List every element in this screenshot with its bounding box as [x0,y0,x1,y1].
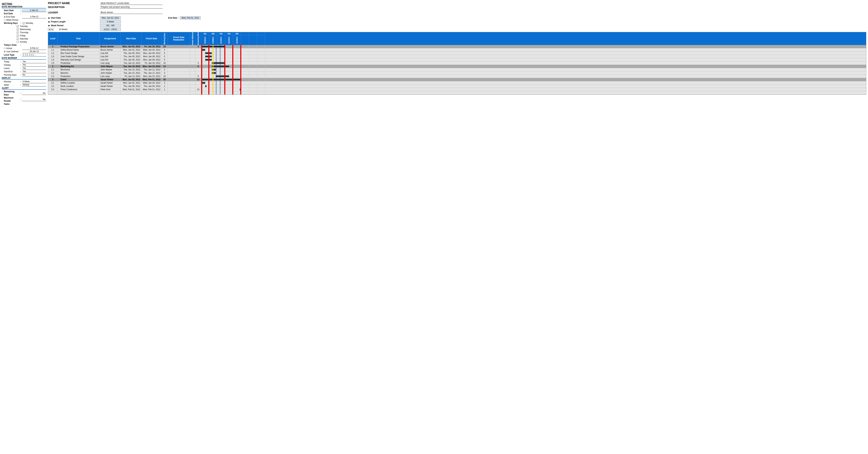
cell-realization[interactable] [167,72,190,75]
cell-workdays: 18 [162,45,167,48]
alert-remaining[interactable]: No [22,91,46,95]
gantt-bar-area [201,52,866,55]
cell-ahead [190,48,195,51]
col-assignment: Assignment [99,32,121,45]
user-defined-date[interactable]: 18-Jan-12 [22,50,46,53]
gantt-bar [201,79,241,80]
cell-level: 1.3 [48,55,58,58]
cell-start: Mon, Jan 02, 2012 [121,45,142,48]
cell-level: 3.2 [48,85,58,88]
cell-realization[interactable] [167,81,190,84]
gantt-bar-area [201,45,866,48]
slider-prev-icon[interactable]: ◂ [48,28,51,31]
task-row[interactable]: 3 Event Sarah Parker Mon, Jan 02, 2012 W… [48,78,866,81]
col-working-days: Working Days [162,32,167,45]
cell-task: Production [58,75,99,78]
cell-realization[interactable] [167,61,190,65]
task-row[interactable]: 1.2 Box Cover Design Lisa Girl Thu, Jan … [48,52,866,55]
description[interactable]: Prepare new product launching [100,5,162,8]
user-defined-radio[interactable] [4,51,5,53]
cell-realization[interactable] [167,58,190,61]
cell-finish: Mon, Jan 09, 2012 [142,52,162,55]
actual-radio[interactable] [4,48,5,49]
task-row[interactable]: 1.5 Production Lois Lang Tue, Jan 10, 20… [48,61,866,65]
task-row[interactable]: 2.2 Banners John Harper Tue, Jan 10, 201… [48,72,866,75]
level-type-input[interactable]: 1; 1.1; 1.1.1; .. [22,53,46,56]
end-date-radio[interactable] [4,16,5,18]
cell-ahead [190,55,195,58]
cell-realization[interactable] [167,45,190,48]
date-info-title: DATE INFORMATION [2,5,46,8]
marker-holiday[interactable]: Yes [22,63,46,66]
expand-start-icon[interactable]: ▶ [48,17,50,19]
gantt-bar [212,72,216,74]
cell-realization[interactable] [167,78,190,81]
cell-ahead [190,61,195,65]
leader[interactable]: Bruce Jenner [100,11,162,14]
cell-realization[interactable] [167,85,190,88]
task-row[interactable]: 2.1 Brochures John Wayne Tue, Jan 10, 20… [48,68,866,72]
marker-leave[interactable]: Yes [22,66,46,70]
marker-startend[interactable]: Yes [22,70,46,73]
marker-passing[interactable]: No [22,73,46,77]
expand-length-icon[interactable]: ▶ [48,21,50,23]
chk-saturday[interactable] [17,38,19,40]
cell-task: Warranty Card Design [58,58,99,61]
cell-assignment: Sarah Parker [99,78,121,81]
task-row[interactable]: 2 Marketing Kit John Wayne Tue, Jan 10, … [48,65,866,68]
chk-friday[interactable] [17,35,19,37]
chk-wednesday[interactable] [17,28,19,30]
cell-workdays: 10 [162,75,167,78]
chk-thursday[interactable] [17,31,19,33]
task-row[interactable]: 1 Product Package Preparation Bruce Jenn… [48,45,866,48]
task-row[interactable]: 3.2 Book Location Sarah Parker Thu, Jan … [48,85,866,88]
display-window[interactable]: 8 Week [22,80,46,83]
cell-task: Banners [58,72,99,75]
week-period-radio[interactable] [4,19,5,21]
main-panel: PROJECT NAME NEW PRODUCT LAUNCHING DESCR… [48,2,866,106]
col-week-1: W101/02/12 [201,32,209,45]
task-row[interactable]: 3.3 Press Conference Peter Kent Wed, Feb… [48,88,866,91]
col-week-3: W301/16/12 [217,32,225,45]
display-slider[interactable]: Weekly [22,83,46,87]
cell-realization[interactable] [167,48,190,51]
gantt-bar [212,69,216,70]
chk-sunday[interactable] [17,41,19,43]
cell-task: Define Location [58,81,99,84]
slider-next-icon[interactable]: ▸ [51,28,54,31]
project-name[interactable]: NEW PRODUCT LAUNCHING [100,2,162,5]
cell-assignment: Lisa Girl [99,52,121,55]
cell-remain: 3 [195,45,201,48]
cell-ahead [190,81,195,84]
marker-today[interactable]: Yes [22,60,46,63]
start-date-input[interactable]: 2-Jan-12 [22,9,46,12]
cell-level: 3 [48,78,58,81]
cell-realization[interactable] [167,52,190,55]
task-row[interactable]: 1.3 User Guide Cover Design Lisa Girl Th… [48,55,866,58]
cell-workdays: 3 [162,72,167,75]
cell-assignment: Lisa Girl [99,58,121,61]
expand-period-icon[interactable]: ▶ [48,24,50,27]
cell-task: Brochures [58,68,99,71]
cell-remain [195,81,201,84]
cell-realization[interactable] [167,68,190,71]
cell-assignment: Peter Kent [99,88,121,91]
col-finish-realization: Finish Date Realization [167,32,190,45]
task-row[interactable]: 1.1 Define Brand Name Bruce Jenner Mon, … [48,48,866,52]
level-type-label: Level Type [2,53,20,56]
task-row[interactable]: 3.1 Define Location Sarah Parker Mon, Ja… [48,81,866,85]
proj-start: Mon, Jan 02, 2012 [100,16,121,20]
chk-monday[interactable] [23,22,25,24]
end-date-input[interactable]: 1-Feb-12 [22,15,46,19]
cell-realization[interactable] [167,65,190,68]
alert-parallel[interactable]: No [22,98,46,101]
cell-workdays: 13 [162,65,167,68]
end-date-label: End Date [2,12,20,15]
cell-realization[interactable] [167,88,190,91]
cell-realization[interactable] [167,75,190,78]
task-row[interactable]: 1.4 Warranty Card Design Lisa Girl Thu, … [48,58,866,61]
task-row[interactable]: 2.3 Production Lois Lang Fri, Jan 13, 20… [48,75,866,78]
cell-realization[interactable] [167,55,190,58]
chk-tuesday[interactable] [17,25,19,27]
actual-date[interactable]: 6-Feb-12 [22,47,46,50]
